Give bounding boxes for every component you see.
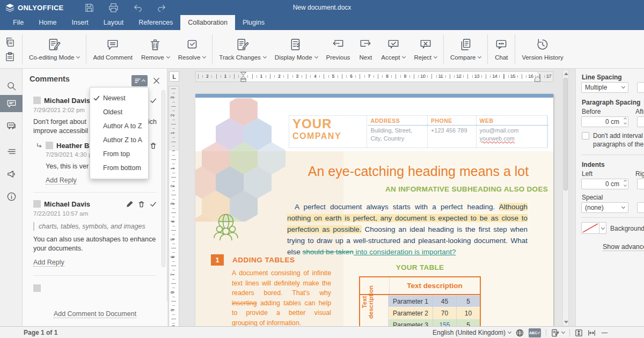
- sort-option-newest[interactable]: Newest: [90, 91, 148, 105]
- sort-option-author-za[interactable]: Author Z to A: [90, 133, 148, 147]
- company-name-line1: YOUR: [292, 117, 363, 130]
- version-history-button[interactable]: Version History: [517, 30, 567, 68]
- tab-collaboration[interactable]: Collaboration: [180, 15, 235, 30]
- language-selector[interactable]: English (United Kingdom): [433, 329, 511, 336]
- chat-panel-button[interactable]: [0, 117, 23, 134]
- phone-cell: PHONE +123 456 789: [428, 116, 477, 148]
- zoom-out-icon[interactable]: [601, 329, 609, 337]
- sort-option-oldest[interactable]: Oldest: [90, 105, 148, 119]
- chevron-down-icon: [621, 85, 625, 89]
- document-scrollbar[interactable]: [562, 70, 569, 326]
- scrollbar-thumb[interactable]: [564, 78, 568, 190]
- show-advanced-link[interactable]: Show advanced: [603, 243, 644, 251]
- scroll-up-arrow[interactable]: [564, 72, 568, 75]
- section-text[interactable]: A document consisting of infinite text l…: [232, 268, 331, 326]
- table-row[interactable]: Parameter 3 155 5: [389, 319, 480, 326]
- remove-button[interactable]: Remove: [137, 30, 174, 68]
- ruler-number: 1: [224, 74, 227, 79]
- display-mode-button[interactable]: Display Mode: [270, 30, 322, 68]
- interval-checkbox-label-line2: paragraphs of the s: [593, 141, 644, 148]
- accept-change-button[interactable]: Accept: [377, 30, 409, 68]
- add-reply-link[interactable]: Add Reply: [33, 259, 64, 267]
- tab-layout[interactable]: Layout: [96, 15, 131, 30]
- special-select[interactable]: (none): [581, 202, 628, 213]
- chat-button[interactable]: Chat: [490, 30, 513, 68]
- track-changes-status-button[interactable]: [551, 329, 565, 337]
- spacing-before-stepper[interactable]: 0 cm: [581, 116, 628, 127]
- tab-insert[interactable]: Insert: [64, 15, 96, 30]
- vertical-ruler[interactable]: 32112345678910: [169, 86, 179, 326]
- document-page[interactable]: YOUR COMPANY ADDRESS Building, Street,Ci…: [195, 94, 553, 326]
- add-comment-button[interactable]: Add Comment: [89, 30, 137, 68]
- resolve-check-icon[interactable]: [150, 97, 157, 104]
- undo-icon[interactable]: [133, 3, 143, 13]
- right-indent-marker[interactable]: [535, 76, 540, 82]
- track-changes-button[interactable]: Track Changes: [215, 30, 270, 68]
- line-spacing-value-select[interactable]: [637, 82, 644, 93]
- delete-reply-icon[interactable]: [150, 142, 157, 149]
- save-icon[interactable]: [84, 3, 94, 13]
- paste-icon[interactable]: [5, 52, 15, 62]
- document-language-icon[interactable]: [516, 329, 524, 337]
- indent-right-stepper[interactable]: [637, 179, 644, 189]
- comment-item[interactable]: [33, 283, 157, 293]
- tab-stop-selector[interactable]: L: [169, 71, 179, 82]
- resolve-check-icon[interactable]: [150, 201, 157, 208]
- fit-page-icon[interactable]: [575, 329, 583, 337]
- copy-icon[interactable]: [5, 37, 15, 47]
- resolve-button[interactable]: Resolve: [174, 30, 210, 68]
- comments-panel-button[interactable]: [0, 95, 23, 112]
- background-color-dropdown[interactable]: [599, 222, 606, 234]
- indent-markers[interactable]: [240, 72, 246, 82]
- close-panel-button[interactable]: [151, 76, 161, 85]
- sort-option-from-bottom[interactable]: From bottom: [90, 161, 148, 175]
- line-spacing-select[interactable]: Multiple: [581, 82, 628, 93]
- app-logo: ONLYOFFICE: [0, 4, 64, 12]
- coediting-mode-button[interactable]: Co-editing Mode: [25, 30, 84, 68]
- search-button[interactable]: [0, 77, 23, 94]
- feedback-button[interactable]: [0, 165, 23, 182]
- add-comment-to-document-button[interactable]: Add Comment to Document: [54, 310, 136, 318]
- redo-icon[interactable]: [157, 3, 167, 13]
- previous-change-button[interactable]: Previous: [322, 30, 355, 68]
- reject-icon: [419, 38, 433, 52]
- document-table[interactable]: Text description Text description Parame…: [359, 276, 481, 326]
- spellcheck-button[interactable]: ABC✓: [529, 328, 541, 337]
- tab-plugins[interactable]: Plugins: [235, 15, 272, 30]
- no-fill-icon: [582, 223, 599, 233]
- tab-references[interactable]: References: [131, 15, 180, 30]
- indent-left-stepper[interactable]: 0 cm: [581, 179, 628, 189]
- display-mode-label: Display Mode: [275, 54, 312, 61]
- next-change-button[interactable]: Next: [354, 30, 377, 68]
- add-reply-link[interactable]: Add Reply: [46, 177, 77, 185]
- globe-people-icon: [211, 212, 240, 241]
- edit-comment-icon[interactable]: [126, 201, 133, 208]
- reject-change-button[interactable]: Reject: [409, 30, 441, 68]
- about-button[interactable]: [0, 188, 23, 205]
- company-header-table[interactable]: YOUR COMPANY ADDRESS Building, Street,Ci…: [289, 115, 548, 148]
- tab-file[interactable]: File: [5, 15, 31, 30]
- sort-comments-button[interactable]: [131, 75, 148, 86]
- special-value-select[interactable]: [637, 202, 644, 213]
- comments-scrollbar[interactable]: [162, 90, 165, 267]
- avatar: [33, 284, 41, 292]
- print-icon[interactable]: [108, 3, 119, 13]
- table-row[interactable]: Parameter 1 45 5: [389, 295, 480, 307]
- tab-home[interactable]: Home: [31, 15, 64, 30]
- table-row[interactable]: Parameter 2 70 10: [389, 307, 480, 319]
- scroll-down-arrow[interactable]: [564, 321, 568, 324]
- document-paragraph[interactable]: A perfect document always starts with a …: [287, 201, 528, 258]
- compare-button[interactable]: Compare: [446, 30, 485, 68]
- navigation-panel-button[interactable]: [0, 143, 23, 160]
- spacing-after-stepper[interactable]: [637, 116, 644, 127]
- reject-label: Reject: [414, 54, 431, 61]
- horizontal-ruler[interactable]: 211234567891011121314151617: [195, 71, 553, 82]
- comment-item[interactable]: Michael Davis 7/22/2021 10:57 am charts,…: [33, 199, 157, 276]
- delete-comment-icon[interactable]: [138, 201, 145, 208]
- sort-option-from-top[interactable]: From top: [90, 147, 148, 161]
- background-color-swatch[interactable]: [581, 222, 599, 234]
- ruler-number: 3: [296, 74, 299, 79]
- fit-width-icon[interactable]: [588, 329, 596, 337]
- sort-option-author-az[interactable]: Author A to Z: [90, 119, 148, 133]
- interval-checkbox[interactable]: [582, 132, 589, 139]
